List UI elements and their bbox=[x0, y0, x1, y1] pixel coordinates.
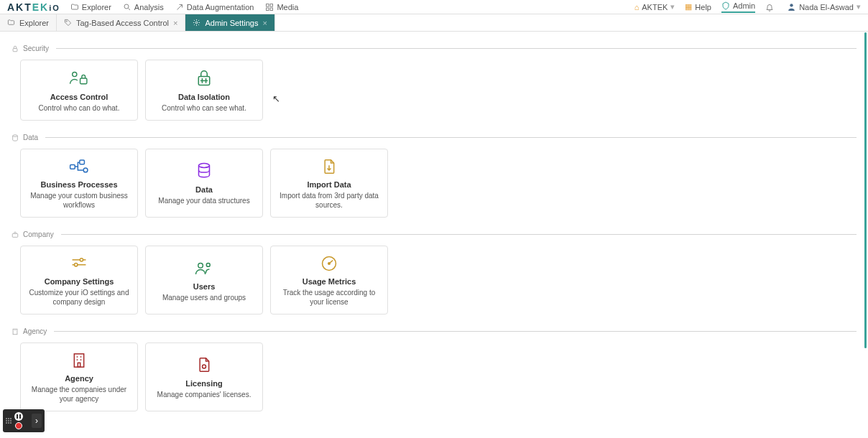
workflow-icon bbox=[69, 157, 89, 176]
help-icon: ▦ bbox=[685, 2, 692, 11]
card-desc: Manage your custom business workflows bbox=[27, 191, 131, 210]
gauge-icon bbox=[320, 253, 338, 273]
svg-point-10 bbox=[73, 72, 77, 76]
svg-rect-2 bbox=[267, 4, 269, 6]
expand-button[interactable]: › bbox=[32, 414, 42, 428]
section-agency-header: Agency bbox=[11, 327, 857, 335]
drag-handle-icon[interactable] bbox=[6, 418, 11, 424]
card-licensing[interactable]: Licensing Manage companies' licenses. bbox=[145, 343, 263, 411]
record-button[interactable] bbox=[15, 422, 22, 429]
svg-point-0 bbox=[124, 4, 129, 9]
section-security-cards: Access Control Control who can do what. … bbox=[20, 60, 857, 121]
building-icon bbox=[72, 350, 86, 370]
section-company-cards: Company Settings Customize your iO setti… bbox=[20, 246, 857, 314]
card-data[interactable]: Data Manage your data structures bbox=[145, 149, 263, 218]
admin-settings-panel: Security Access Control Control who can … bbox=[0, 32, 868, 438]
building-icon bbox=[11, 328, 19, 335]
section-agency-cards: Agency Manage the companies under your a… bbox=[20, 343, 857, 411]
section-data-cards: Business Processes Manage your custom bu… bbox=[20, 149, 857, 218]
license-icon bbox=[197, 355, 211, 375]
folder-icon bbox=[7, 19, 15, 27]
avatar-icon bbox=[787, 2, 796, 11]
screen-recorder-widget[interactable]: › bbox=[3, 409, 45, 432]
svg-rect-21 bbox=[12, 233, 18, 237]
card-desc: Manage your data structures bbox=[158, 196, 249, 205]
svg-rect-34 bbox=[74, 353, 83, 366]
svg-point-19 bbox=[83, 168, 88, 172]
import-icon bbox=[322, 157, 336, 176]
card-import-data[interactable]: Import Data Import data from 3rd party d… bbox=[270, 149, 388, 218]
svg-point-20 bbox=[199, 164, 210, 168]
gear-icon bbox=[193, 19, 200, 27]
card-business-processes[interactable]: Business Processes Manage your custom bu… bbox=[20, 149, 138, 218]
section-security-header: Security bbox=[11, 45, 857, 52]
card-title: Business Processes bbox=[40, 180, 117, 189]
sliders-icon bbox=[70, 253, 88, 273]
chevron-down-icon: ▾ bbox=[670, 2, 675, 11]
org-switcher[interactable]: ⌂ AKTEK ▾ bbox=[634, 2, 675, 11]
tab-explorer[interactable]: Explorer bbox=[0, 14, 57, 31]
svg-point-16 bbox=[13, 134, 18, 136]
svg-point-30 bbox=[328, 262, 331, 264]
svg-point-25 bbox=[75, 263, 78, 266]
svg-rect-39 bbox=[78, 363, 80, 367]
svg-rect-9 bbox=[13, 48, 17, 51]
nav-media[interactable]: Media bbox=[265, 3, 298, 11]
nav-augmentation[interactable]: Data Augmentation bbox=[175, 3, 254, 11]
section-company-header: Company bbox=[11, 230, 857, 238]
close-icon[interactable]: × bbox=[173, 19, 177, 27]
nav-analysis[interactable]: Analysis bbox=[123, 3, 164, 11]
grid-icon bbox=[265, 3, 274, 11]
card-agency[interactable]: Agency Manage the companies under your a… bbox=[20, 343, 138, 411]
notifications-button[interactable] bbox=[765, 3, 777, 11]
home-icon: ⌂ bbox=[634, 3, 640, 11]
card-desc: Import data from 3rd party data sources. bbox=[277, 191, 382, 210]
bell-icon bbox=[765, 3, 774, 11]
card-desc: Manage users and groups bbox=[162, 293, 246, 302]
svg-rect-31 bbox=[13, 329, 17, 335]
tab-bar: Explorer Tag-Based Access Control × Admi… bbox=[0, 14, 868, 32]
card-company-settings[interactable]: Company Settings Customize your iO setti… bbox=[20, 246, 138, 314]
card-desc: Control who can do what. bbox=[39, 103, 120, 113]
shield-icon bbox=[721, 1, 730, 10]
svg-point-6 bbox=[790, 4, 793, 6]
close-icon[interactable]: × bbox=[262, 19, 267, 27]
tab-admin-settings[interactable]: Admin Settings × bbox=[185, 14, 274, 31]
svg-rect-11 bbox=[80, 78, 87, 84]
lock-grid-icon bbox=[196, 68, 212, 88]
help-link[interactable]: ▦ Help bbox=[685, 2, 711, 11]
svg-point-8 bbox=[196, 22, 198, 24]
section-data-header: Data bbox=[11, 134, 857, 141]
svg-rect-17 bbox=[70, 164, 75, 169]
lock-icon bbox=[11, 45, 19, 52]
nav-explorer[interactable]: Explorer bbox=[70, 3, 111, 11]
user-menu[interactable]: Nada El-Aswad ▾ bbox=[787, 2, 861, 11]
card-title: Licensing bbox=[185, 379, 222, 388]
svg-point-40 bbox=[203, 365, 206, 368]
svg-point-23 bbox=[80, 258, 83, 261]
svg-line-1 bbox=[128, 8, 130, 10]
card-title: Data bbox=[195, 185, 213, 194]
brand-logo: AKTEKiO bbox=[7, 1, 60, 13]
card-title: Import Data bbox=[307, 180, 351, 189]
scroll-indicator bbox=[864, 32, 867, 348]
card-usage-metrics[interactable]: Usage Metrics Track the usage according … bbox=[270, 246, 388, 314]
tab-tbac[interactable]: Tag-Based Access Control × bbox=[57, 14, 185, 31]
card-data-isolation[interactable]: Data Isolation Control who can see what. bbox=[145, 60, 263, 121]
card-title: Usage Metrics bbox=[303, 277, 356, 286]
pause-button[interactable] bbox=[14, 412, 23, 421]
user-lock-icon bbox=[69, 68, 89, 88]
svg-rect-18 bbox=[80, 159, 85, 164]
card-desc: Manage the companies under your agency bbox=[27, 385, 131, 404]
svg-rect-5 bbox=[270, 8, 273, 11]
top-nav: AKTEKiO Explorer Analysis Data Augmentat… bbox=[0, 0, 868, 14]
arrow-up-icon bbox=[175, 3, 184, 11]
card-title: Data Isolation bbox=[178, 93, 230, 101]
admin-link[interactable]: Admin bbox=[721, 1, 755, 13]
users-icon bbox=[194, 258, 214, 278]
card-title: Users bbox=[193, 282, 216, 291]
svg-rect-4 bbox=[267, 8, 269, 11]
card-users[interactable]: Users Manage users and groups bbox=[145, 246, 263, 314]
card-access-control[interactable]: Access Control Control who can do what. bbox=[20, 60, 138, 121]
card-title: Company Settings bbox=[45, 277, 114, 286]
